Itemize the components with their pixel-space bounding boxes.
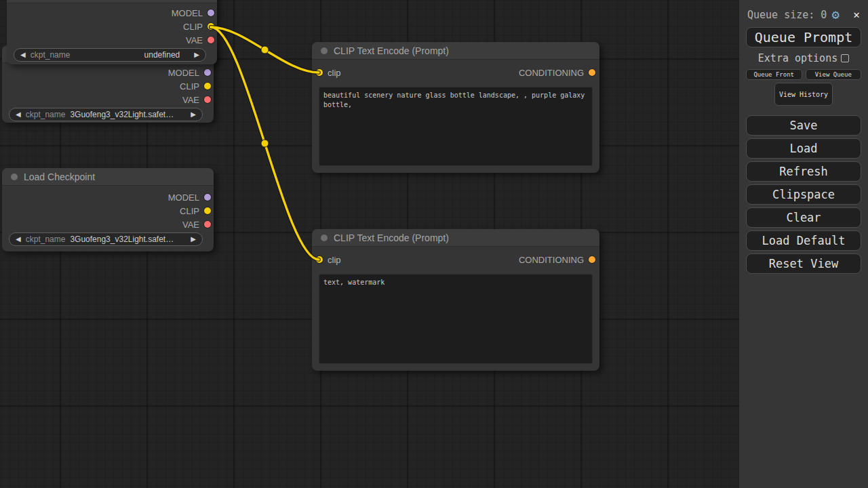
output-slot-label: CONDITIONING (519, 68, 584, 78)
node-canvas[interactable]: MODEL CLIP VAE ◀ ckpt_name 3Guofeng3_v32… (0, 0, 868, 488)
load-default-button[interactable]: Load Default (746, 230, 861, 251)
wire-outline (211, 27, 319, 260)
clip-wire-bottom (211, 27, 319, 260)
clear-button[interactable]: Clear (746, 207, 861, 228)
queue-size-label: Queue size: 0 (747, 9, 827, 21)
node-title: Load Checkpoint (24, 171, 95, 182)
slot-label: CLIP (180, 206, 199, 216)
node-title-bar[interactable]: Load Checkpoint (2, 168, 214, 186)
widget-label: ckpt_name (26, 235, 66, 244)
next-value-icon[interactable]: ▶ (194, 52, 199, 58)
prompt-textarea[interactable]: beautiful scenery nature glass bottle la… (319, 87, 593, 166)
widget-value: 3Guofeng3_v32Light.safeten… (70, 235, 186, 244)
vae-slot-dot[interactable] (204, 96, 211, 103)
extra-options-label: Extra options (758, 52, 837, 64)
widget-label: ckpt_name (31, 50, 71, 60)
output-slot-model: MODEL (7, 6, 217, 20)
ckpt-name-combo-widget[interactable]: ◀ ckpt_name undefined ▶ (14, 48, 206, 62)
clip-text-encode-node-positive[interactable]: CLIP Text Encode (Prompt) clip CONDITION… (312, 42, 599, 173)
next-value-icon[interactable]: ▶ (191, 111, 196, 118)
input-slot-label: clip (328, 255, 341, 265)
app-window: MODEL CLIP VAE ◀ ckpt_name 3Guofeng3_v32… (0, 0, 868, 488)
node-io-row: clip CONDITIONING (312, 65, 599, 80)
prev-value-icon[interactable]: ◀ (16, 111, 21, 118)
clip-slot-dot[interactable] (204, 83, 211, 89)
clip-slot-dot[interactable] (204, 207, 211, 214)
slot-label: CLIP (183, 22, 203, 32)
collapse-dot-icon[interactable] (11, 174, 18, 180)
clip-input-dot[interactable] (316, 256, 323, 263)
extra-options-checkbox[interactable] (841, 54, 849, 62)
refresh-button[interactable]: Refresh (746, 161, 861, 182)
ckpt-name-combo-widget[interactable]: ◀ ckpt_name 3Guofeng3_v32Light.safeten… … (9, 108, 203, 121)
queue-size-row: Queue size: 0 ⚙ ✕ (747, 8, 860, 21)
node-title-bar[interactable]: CLIP Text Encode (Prompt) (312, 229, 599, 247)
output-slot-vae: VAE (2, 218, 214, 231)
ckpt-name-combo-widget[interactable]: ◀ ckpt_name 3Guofeng3_v32Light.safeten… … (9, 232, 203, 246)
slot-label: VAE (182, 220, 199, 230)
slot-label: MODEL (172, 8, 203, 18)
widget-label: ckpt_name (26, 110, 66, 119)
output-slot-model: MODEL (2, 190, 214, 204)
input-slot-label: clip (328, 68, 341, 78)
model-slot-dot[interactable] (208, 9, 214, 16)
wire-outline (211, 27, 319, 73)
clip-slot-dot[interactable] (208, 23, 214, 30)
comfy-menu-panel: Queue size: 0 ⚙ ✕ Queue Prompt Extra opt… (739, 0, 868, 488)
reset-view-button[interactable]: Reset View (746, 253, 861, 274)
output-slot-clip: CLIP (7, 20, 217, 33)
settings-gear-icon[interactable]: ⚙ (831, 8, 839, 21)
slot-label: MODEL (168, 68, 199, 78)
wire-midpoint-dot (261, 46, 269, 54)
vae-slot-dot[interactable] (208, 37, 214, 43)
output-slot-vae: VAE (2, 93, 214, 106)
slot-label: VAE (182, 95, 199, 105)
node-title: CLIP Text Encode (Prompt) (334, 232, 449, 243)
output-slot-model: MODEL (2, 66, 214, 79)
view-history-button[interactable]: View History (774, 83, 833, 106)
collapse-dot-icon[interactable] (321, 47, 328, 54)
node-io-row: clip CONDITIONING (312, 252, 599, 267)
clip-text-encode-node-negative[interactable]: CLIP Text Encode (Prompt) clip CONDITION… (312, 229, 599, 371)
slot-label: MODEL (168, 192, 199, 203)
prev-value-icon[interactable]: ◀ (16, 236, 21, 243)
queue-actions-row: Queue Front View Queue (746, 69, 861, 80)
prompt-textarea[interactable]: text, watermark (319, 274, 593, 364)
widget-value: 3Guofeng3_v32Light.safeten… (70, 110, 186, 119)
queue-prompt-button[interactable]: Queue Prompt (746, 27, 861, 47)
model-slot-dot[interactable] (204, 194, 211, 201)
save-button[interactable]: Save (746, 115, 861, 136)
queue-front-button[interactable]: Queue Front (746, 69, 802, 80)
node-title-bar[interactable]: CLIP Text Encode (Prompt) (312, 42, 599, 60)
node-title: CLIP Text Encode (Prompt) (334, 45, 449, 56)
output-slot-clip: CLIP (2, 79, 214, 93)
clip-wire-top (211, 27, 319, 73)
slot-label: VAE (186, 35, 203, 45)
conditioning-output-dot[interactable] (589, 256, 595, 263)
view-queue-button[interactable]: View Queue (806, 69, 862, 80)
slot-label: CLIP (180, 81, 199, 92)
collapse-dot-icon[interactable] (321, 235, 328, 241)
clipspace-button[interactable]: Clipspace (746, 184, 861, 205)
output-slot-clip: CLIP (2, 204, 214, 218)
output-slot-vae: VAE (7, 33, 217, 47)
clip-input-dot[interactable] (316, 69, 323, 76)
output-slot-label: CONDITIONING (519, 255, 584, 265)
load-button[interactable]: Load (746, 138, 861, 159)
close-icon[interactable]: ✕ (853, 9, 860, 20)
model-slot-dot[interactable] (204, 69, 211, 76)
extra-options-row: Extra options (746, 52, 861, 64)
wire-midpoint-dot (261, 140, 269, 147)
next-value-icon[interactable]: ▶ (191, 236, 196, 243)
load-checkpoint-node-bottom[interactable]: Load Checkpoint MODEL CLIP VAE ◀ ckpt_na (2, 168, 214, 251)
prev-value-icon[interactable]: ◀ (20, 52, 26, 58)
load-checkpoint-node-top[interactable]: MODEL CLIP VAE ◀ ckpt_name undefined ▶ (7, 0, 217, 64)
conditioning-output-dot[interactable] (589, 69, 595, 76)
widget-value: undefined (75, 50, 189, 60)
vae-slot-dot[interactable] (204, 221, 211, 228)
